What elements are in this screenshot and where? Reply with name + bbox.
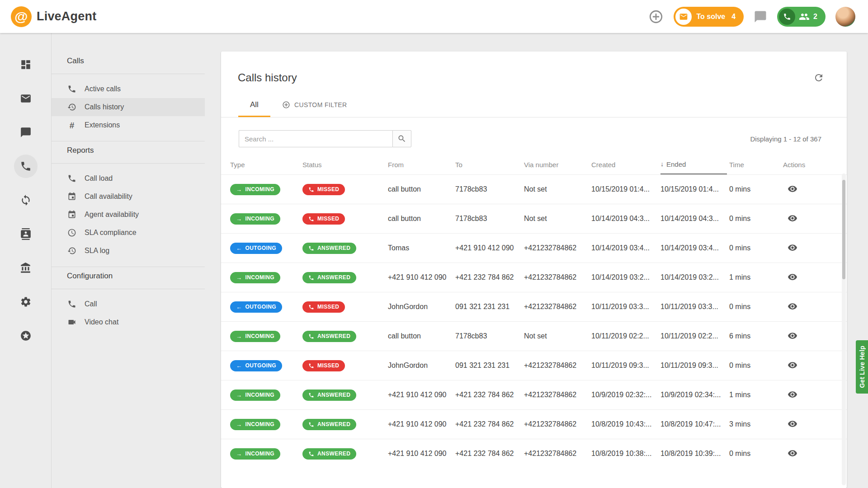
mail-icon (679, 12, 688, 21)
column-header-via-number[interactable]: Via number (524, 155, 591, 174)
cell-to: 7178cb83 (455, 332, 524, 340)
column-header-ended[interactable]: ↓Ended (660, 155, 727, 174)
to-solve-button[interactable]: To solve 4 (674, 7, 744, 27)
sidebar-item-sla-compliance[interactable]: SLA compliance (52, 224, 205, 242)
scrollbar-track[interactable] (842, 174, 846, 485)
column-header-from[interactable]: From (388, 155, 455, 174)
calendar-icon (67, 210, 77, 219)
view-call-button[interactable] (787, 242, 798, 253)
view-call-button[interactable] (787, 212, 798, 224)
avatar[interactable] (835, 7, 855, 27)
column-header-type[interactable]: Type (230, 155, 302, 174)
sidebar-item-sla-log[interactable]: SLA log (52, 242, 205, 260)
cell-via-number: Not set (524, 332, 591, 340)
calendar-icon (67, 192, 77, 201)
history-icon (67, 246, 77, 255)
rail-item-tickets[interactable] (14, 87, 38, 110)
tab-custom-filter[interactable]: CUSTOM FILTER (270, 94, 359, 117)
cell-ended: 10/8/2019 10:39:... (660, 450, 729, 458)
rail-item-extras[interactable] (14, 324, 38, 347)
rail-item-sync[interactable] (14, 188, 38, 212)
cell-via-number: Not set (524, 215, 591, 223)
sidebar-item-active-calls[interactable]: Active calls (52, 80, 205, 98)
cell-type: →INCOMING (230, 213, 302, 225)
sync-icon (20, 194, 32, 206)
eye-icon (788, 184, 797, 194)
cell-type: →INCOMING (230, 419, 302, 430)
view-call-button[interactable] (787, 418, 798, 430)
eye-icon (788, 389, 797, 399)
phone-icon (308, 245, 314, 251)
view-call-button[interactable] (787, 389, 798, 400)
sidebar-item-agent-availability[interactable]: Agent availability (52, 206, 205, 224)
cell-ended: 10/14/2019 03:4... (660, 244, 729, 252)
search-button[interactable] (392, 130, 411, 147)
search-icon (397, 134, 406, 143)
view-call-button[interactable] (787, 271, 798, 283)
view-call-button[interactable] (787, 447, 798, 459)
sidebar-item-extensions[interactable]: #Extensions (52, 116, 205, 134)
phone-icon (308, 422, 314, 427)
to-solve-count: 4 (731, 13, 736, 21)
liveagent-logo-icon: @ (11, 6, 32, 27)
rail-item-calls[interactable] (14, 155, 38, 178)
cell-to: +421 232 784 862 (455, 420, 524, 428)
sidebar-item-call[interactable]: Call (52, 295, 205, 313)
phone-icon (783, 13, 791, 21)
table-row: →INCOMINGMISSEDcall button7178cb83Not se… (221, 204, 847, 233)
cell-status: ANSWERED (302, 243, 388, 254)
cell-from: call button (388, 185, 455, 193)
messages-button[interactable] (754, 10, 767, 23)
brand-name: LiveAgent (37, 9, 96, 23)
sidebar-item-call-availability[interactable]: Call availability (52, 188, 205, 206)
refresh-button[interactable] (812, 71, 825, 84)
type-badge: ←OUTGOING (230, 243, 282, 254)
eye-icon (788, 243, 797, 253)
cell-created: 10/14/2019 04:3... (591, 215, 660, 223)
get-live-help-tab[interactable]: Get Live Help (856, 340, 868, 394)
sidebar: CallsActive callsCalls history#Extension… (52, 33, 205, 488)
status-badge: ANSWERED (302, 389, 356, 401)
view-call-button[interactable] (787, 359, 798, 371)
cell-time: 0 mins (729, 450, 783, 458)
sidebar-section-title-reports: Reports (52, 141, 205, 163)
agents-online-button[interactable]: 2 (777, 7, 826, 27)
sidebar-item-calls-history[interactable]: Calls history (52, 98, 205, 116)
scrollbar-thumb[interactable] (842, 180, 845, 279)
tab-all[interactable]: All (238, 94, 270, 117)
cell-via-number: +421232784862 (524, 420, 591, 428)
rail-item-company[interactable] (14, 256, 38, 280)
sidebar-item-video-chat[interactable]: Video chat (52, 313, 205, 331)
view-call-button[interactable] (787, 300, 798, 312)
icon-rail (0, 33, 52, 488)
cell-created: 10/11/2019 09:3... (591, 361, 660, 370)
view-call-button[interactable] (787, 330, 798, 342)
cell-to: 7178cb83 (455, 215, 524, 223)
column-header-time[interactable]: Time (729, 155, 783, 174)
column-header-status[interactable]: Status (302, 155, 388, 174)
cell-ended: 10/9/2019 02:34:... (660, 391, 729, 399)
type-badge: →INCOMING (230, 184, 280, 195)
column-header-created[interactable]: Created (591, 155, 660, 174)
chat-bubble-icon (754, 10, 767, 23)
cell-to: +421 232 784 862 (455, 450, 524, 458)
rail-item-chats[interactable] (14, 121, 38, 144)
column-header-actions[interactable]: Actions (783, 155, 842, 174)
cell-actions (783, 183, 842, 196)
rail-item-contacts[interactable] (14, 222, 38, 246)
search-input[interactable] (239, 130, 392, 147)
type-badge: →INCOMING (230, 448, 280, 460)
cell-status: ANSWERED (302, 448, 388, 460)
gear-icon (20, 296, 32, 308)
cell-time: 0 mins (729, 303, 783, 311)
column-header-to[interactable]: To (455, 155, 524, 174)
sidebar-item-call-load[interactable]: Call load (52, 169, 205, 188)
cell-created: 10/8/2019 10:38:... (591, 450, 660, 458)
people-icon (799, 11, 810, 22)
cell-type: →INCOMING (230, 389, 302, 401)
rail-item-dashboard[interactable] (14, 53, 38, 76)
add-new-button[interactable] (648, 9, 664, 24)
view-call-button[interactable] (787, 183, 798, 195)
rail-item-settings[interactable] (14, 290, 38, 314)
sidebar-item-label: Active calls (85, 85, 121, 93)
